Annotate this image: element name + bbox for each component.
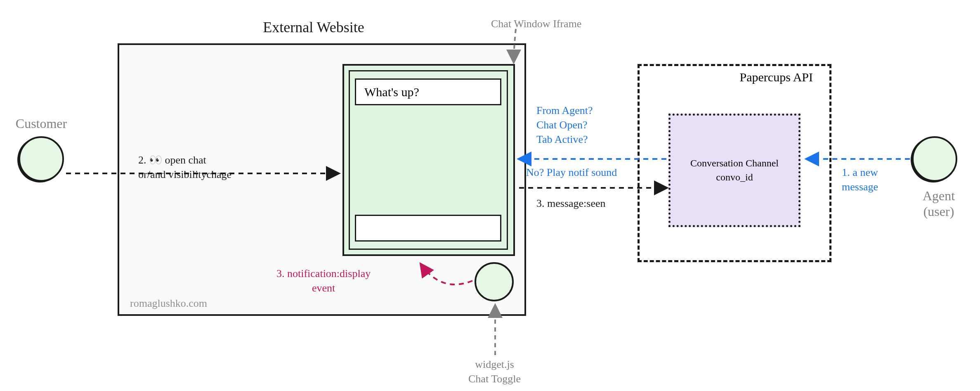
chat-message-text: What's up?: [364, 85, 419, 99]
checks-label: From Agent? Chat Open? Tab Active?: [536, 103, 593, 147]
channel-line1: Conversation Channel: [690, 156, 779, 171]
api-title: Papercups API: [740, 70, 813, 84]
step3-notif-label: 3. notification:display event: [276, 266, 371, 295]
customer-actor: [19, 136, 64, 182]
conversation-channel: Conversation Channel convo_id: [668, 114, 801, 227]
agent-actor: [912, 136, 957, 182]
watermark: romaglushko.com: [130, 297, 207, 310]
toggle-pointer-label: widget.js Chat Toggle: [468, 357, 521, 386]
chat-input-box: [355, 215, 501, 242]
chat-message-box: What's up?: [355, 78, 501, 105]
customer-label: Customer: [8, 116, 74, 131]
channel-line2: convo_id: [716, 171, 753, 185]
step1-label: 1. a new message: [842, 165, 878, 194]
step3-seen-label: 3. message:seen: [536, 196, 606, 211]
iframe-pointer-label: Chat Window Iframe: [491, 17, 581, 31]
play-sound-label: No? Play notif sound: [526, 165, 617, 180]
chat-toggle: [475, 262, 514, 301]
agent-label: Agent (user): [904, 188, 974, 220]
external-website-title: External Website: [235, 19, 392, 36]
step2-label: 2. 👀 open chat or/and visibilitychage: [138, 153, 231, 182]
